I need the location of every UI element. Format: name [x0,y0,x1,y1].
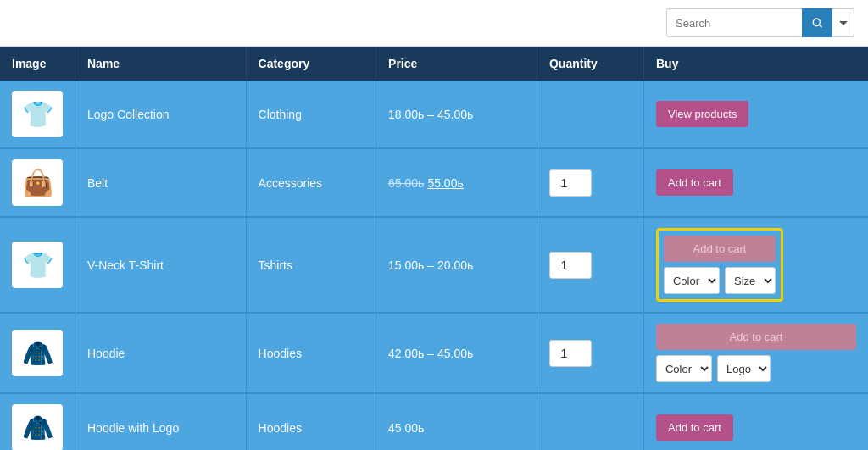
quantity-input[interactable] [549,340,592,367]
size-select[interactable]: Size [725,267,776,294]
product-name: Hoodie with Logo [75,393,247,450]
price-original: 65.00ь [388,176,424,190]
add-to-cart-button[interactable]: Add to cart [656,324,856,350]
product-image-cell: 🧥 [0,313,75,393]
variant-container: Add to cartColorLogo [656,324,856,382]
product-image-cell: 🧥 [0,393,75,450]
table-body: 👕Logo CollectionClothing18.00ь – 45.00ьV… [0,81,868,450]
product-image-cell: 👕 [0,81,75,148]
buy-cell: Add to cart [643,393,868,450]
product-name: Hoodie [75,313,247,393]
quantity-input[interactable] [549,252,592,279]
product-category: Clothing [246,81,376,148]
search-icon [810,16,824,30]
product-table: Image Name Category Price Quantity Buy 👕… [0,47,868,450]
buy-cell: Add to cartColorSize [643,217,868,313]
product-image: 🧥 [12,404,63,450]
variant-container: Add to cartColorSize [664,236,776,294]
table-row: 👜BeltAccessories65.00ь55.00ьAdd to cart [0,148,868,217]
product-name: Belt [75,148,247,217]
table-row: 👕V-Neck T-ShirtTshirts15.00ь – 20.00ьAdd… [0,217,868,313]
price-sale: 55.00ь [427,176,463,190]
color-select[interactable]: Color [656,355,712,382]
variant-selects: ColorLogo [656,355,856,382]
col-price: Price [376,47,537,81]
product-quantity-cell [537,81,643,148]
product-quantity-cell [537,148,643,217]
search-input[interactable] [666,8,802,37]
chevron-down-icon [839,19,848,27]
quantity-input[interactable] [549,169,592,197]
product-quantity-cell [537,393,643,450]
buy-cell: View products [643,81,868,148]
size-select[interactable]: Logo [717,355,771,382]
product-image: 🧥 [12,330,63,376]
col-category: Category [246,47,376,81]
product-category: Tshirts [246,217,376,313]
product-price: 45.00ь [376,393,537,450]
product-quantity-cell [537,313,643,393]
buy-cell: Add to cart [643,148,868,217]
product-image: 👜 [12,159,63,206]
product-name: Logo Collection [75,81,247,148]
col-quantity: Quantity [537,47,643,81]
view-products-button[interactable]: View products [656,101,748,127]
product-price: 15.00ь – 20.00ь [376,217,537,313]
variant-buy-container: Add to cartColorSize [656,228,783,302]
table-row: 🧥Hoodie with LogoHoodies45.00ьAdd to car… [0,393,868,450]
search-button[interactable] [802,8,832,37]
product-name: V-Neck T-Shirt [75,217,247,313]
product-price: 42.00ь – 45.00ь [376,313,537,393]
color-select[interactable]: Color [664,267,720,294]
add-to-cart-button[interactable]: Add to cart [656,414,733,441]
header [0,0,868,47]
product-quantity-cell [537,217,643,313]
variant-selects: ColorSize [664,267,776,294]
buy-cell: Add to cartColorLogo [643,313,868,393]
add-to-cart-button[interactable]: Add to cart [656,169,733,196]
product-category: Accessories [246,148,376,217]
table-row: 🧥HoodieHoodies42.00ь – 45.00ьAdd to cart… [0,313,868,393]
product-image-cell: 👜 [0,148,75,217]
col-name: Name [75,47,247,81]
product-image: 👕 [12,91,63,137]
variant-buy-container: Add to cartColorLogo [656,324,856,382]
product-image-cell: 👕 [0,217,75,313]
table-header: Image Name Category Price Quantity Buy [0,47,868,81]
product-price: 18.00ь – 45.00ь [376,81,537,148]
product-category: Hoodies [246,393,376,450]
search-container [666,8,854,37]
product-image: 👕 [12,242,63,288]
col-buy: Buy [643,47,868,81]
product-price: 65.00ь55.00ь [376,148,537,217]
add-to-cart-button[interactable]: Add to cart [664,236,776,262]
product-category: Hoodies [246,313,376,393]
table-row: 👕Logo CollectionClothing18.00ь – 45.00ьV… [0,81,868,148]
col-image: Image [0,47,75,81]
search-dropdown-button[interactable] [832,8,854,37]
